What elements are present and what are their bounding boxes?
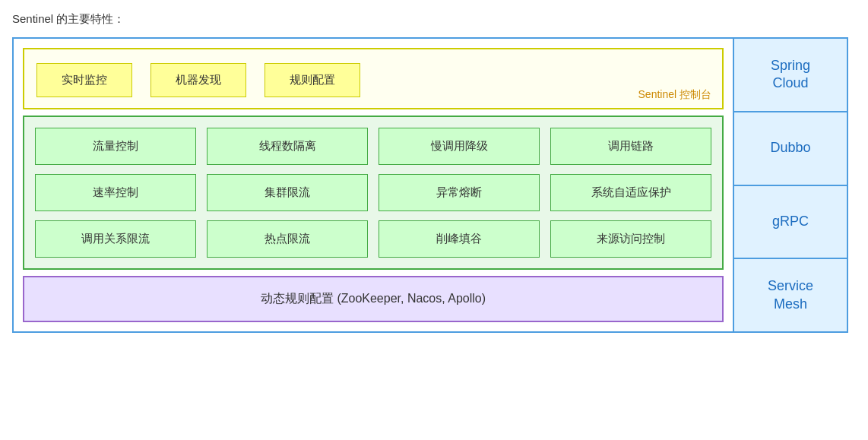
console-item-discovery: 机器发现 <box>150 63 246 97</box>
console-item-monitor: 实时监控 <box>36 63 132 97</box>
right-item-spring-cloud: SpringCloud <box>734 39 847 112</box>
feature-peak-clipping: 削峰填谷 <box>379 220 540 258</box>
features-section: 流量控制 线程数隔离 慢调用降级 调用链路 速率控制 集群限流 异常熔断 系统自… <box>23 116 724 270</box>
feature-row-2: 速率控制 集群限流 异常熔断 系统自适应保护 <box>35 174 711 211</box>
feature-row-3: 调用关系限流 热点限流 削峰填谷 来源访问控制 <box>35 220 711 258</box>
right-item-dubbo: Dubbo <box>734 112 847 186</box>
feature-flow-control: 流量控制 <box>35 128 196 165</box>
sentinel-console-section: 实时监控 机器发现 规则配置 Sentinel 控制台 <box>23 48 724 109</box>
console-items: 实时监控 机器发现 规则配置 <box>36 63 710 97</box>
page-header: Sentinel 的主要特性： <box>12 12 856 27</box>
main-diagram: 实时监控 机器发现 规则配置 Sentinel 控制台 流量控制 线程数隔离 慢… <box>12 37 848 333</box>
feature-exception-circuit: 异常熔断 <box>379 174 540 211</box>
feature-cluster-limit: 集群限流 <box>207 174 368 211</box>
feature-row-1: 流量控制 线程数隔离 慢调用降级 调用链路 <box>35 128 711 165</box>
feature-hotspot-limit: 热点限流 <box>207 220 368 258</box>
right-item-service-mesh: ServiceMesh <box>734 259 847 331</box>
sentinel-console-label: Sentinel 控制台 <box>638 88 711 102</box>
feature-source-access: 来源访问控制 <box>550 220 711 258</box>
right-item-grpc: gRPC <box>734 186 847 260</box>
feature-rate-control: 速率控制 <box>35 174 196 211</box>
feature-thread-isolation: 线程数隔离 <box>207 128 368 165</box>
feature-slow-call-degradation: 慢调用降级 <box>379 128 540 165</box>
left-panel: 实时监控 机器发现 规则配置 Sentinel 控制台 流量控制 线程数隔离 慢… <box>14 39 734 331</box>
feature-call-chain: 调用链路 <box>550 128 711 165</box>
console-item-rules: 规则配置 <box>265 63 360 97</box>
feature-call-relation-limit: 调用关系限流 <box>35 220 196 258</box>
right-panel: SpringCloud Dubbo gRPC ServiceMesh <box>734 39 847 331</box>
dynamic-config-section: 动态规则配置 (ZooKeeper, Nacos, Apollo) <box>23 276 724 322</box>
feature-system-adaptive: 系统自适应保护 <box>550 174 711 211</box>
